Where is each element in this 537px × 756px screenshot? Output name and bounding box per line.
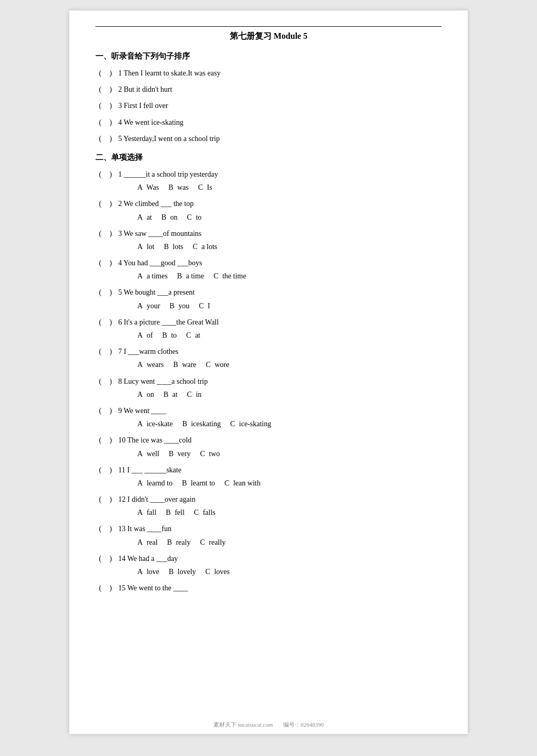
options-line: A love B lovely C loves <box>95 565 442 578</box>
option-value: lovely <box>176 565 196 578</box>
option: B learnt to <box>182 477 215 490</box>
option-letter: B <box>182 477 187 490</box>
section1-header: 一、听录音给下列句子排序 <box>95 51 442 61</box>
left-paren: ( <box>95 132 105 145</box>
option-letter: C <box>199 299 203 312</box>
options-line: A a times B a time C the time <box>95 269 442 283</box>
option-letter: A <box>137 329 143 342</box>
left-paren: ( <box>95 227 105 240</box>
option-value: ware <box>180 358 197 371</box>
right-paren: ) <box>106 83 115 96</box>
option: A wears <box>137 358 164 371</box>
question-text: 11 I ___ ______skate <box>116 463 442 477</box>
right-paren: ) <box>106 581 115 595</box>
section2-item: ( ) 1 ______it a school trip yesterday A… <box>95 168 442 194</box>
option: C lean with <box>224 477 261 490</box>
right-paren: ) <box>106 404 115 417</box>
option-value: ice-skate <box>145 417 173 430</box>
right-paren: ) <box>106 116 115 129</box>
option: C Is <box>198 181 212 194</box>
option-letter: C <box>206 565 210 578</box>
option: C loves <box>206 565 230 578</box>
question-text: 4 You had ___good ___boys <box>116 256 442 269</box>
right-paren: ) <box>106 99 115 112</box>
section2-item: ( ) 4 You had ___good ___boys A a times … <box>95 256 442 283</box>
right-paren: ) <box>106 197 115 210</box>
right-paren: ) <box>106 286 115 299</box>
option: B iceskating <box>182 417 221 430</box>
option-value: two <box>207 447 220 460</box>
left-paren: ( <box>95 345 105 358</box>
option-value: realy <box>174 536 190 549</box>
question-text: 3 First I fell over <box>116 99 442 112</box>
option-value: your <box>145 299 160 312</box>
option: B to <box>162 329 177 342</box>
option-letter: C <box>230 417 235 430</box>
options-line: A ice-skate B iceskating C ice-skating <box>95 417 442 430</box>
right-paren: ) <box>106 227 115 240</box>
option-letter: B <box>173 358 178 371</box>
section2-item: ( ) 3 We saw ____of mountains A lot B lo… <box>95 227 442 253</box>
option-value: well <box>145 447 159 460</box>
option-value: wore <box>213 358 230 371</box>
option: B fell <box>166 506 185 519</box>
option-value: to <box>169 329 177 342</box>
option-value: of <box>145 329 153 342</box>
option-letter: A <box>137 565 143 578</box>
section2-item: ( ) 8 Lucy went ____a school trip A on B… <box>95 375 442 401</box>
left-paren: ( <box>95 375 105 388</box>
option: A learnd to <box>137 477 173 490</box>
right-paren: ) <box>106 522 115 535</box>
option: A of <box>137 329 153 342</box>
options-line: A learnd to B learnt to C lean with <box>95 477 442 490</box>
option-letter: B <box>169 299 174 312</box>
section1-list: ( ) 1 Then I learnt to skate.It was easy… <box>95 67 442 145</box>
option: A lot <box>137 240 154 253</box>
option: C I <box>199 299 210 312</box>
option-value: Is <box>205 181 212 194</box>
left-paren: ( <box>95 434 105 447</box>
option-letter: C <box>206 358 210 371</box>
option: C wore <box>206 358 229 371</box>
option-value: on <box>145 388 154 401</box>
option-letter: A <box>137 447 143 460</box>
options-line: A wears B ware C wore <box>95 358 442 371</box>
right-paren: ) <box>106 493 115 506</box>
option-value: learnt to <box>189 477 215 490</box>
section2-item: ( ) 14 We had a ___day A love B lovely C… <box>95 552 442 578</box>
option-value: love <box>145 565 159 578</box>
question-text: 5 We bought ___a present <box>116 286 442 299</box>
option-letter: A <box>137 181 143 194</box>
left-paren: ( <box>95 493 105 506</box>
section2-item: ( ) 15 We went to the ____ <box>95 581 442 595</box>
option: A a times <box>137 269 168 283</box>
option-value: lot <box>145 240 154 253</box>
option: C really <box>200 536 225 549</box>
option-value: I <box>206 299 210 312</box>
option-value: at <box>193 329 200 342</box>
option-letter: C <box>192 240 197 253</box>
question-text: 3 We saw ____of mountains <box>116 227 442 240</box>
question-text: 13 It was ____fun <box>116 522 442 535</box>
right-paren: ) <box>106 463 115 477</box>
option-letter: B <box>164 240 168 253</box>
option-letter: C <box>200 536 205 549</box>
option: B lots <box>164 240 183 253</box>
option-value: Was <box>145 181 159 194</box>
options-line: A on B at C in <box>95 388 442 401</box>
option: A well <box>137 447 159 460</box>
option: C the time <box>213 269 246 283</box>
option-letter: A <box>137 417 143 430</box>
left-paren: ( <box>95 197 105 210</box>
section2-item: ( ) 6 It's a picture ____the Great Wall … <box>95 316 442 342</box>
option-value: falls <box>201 506 216 519</box>
left-paren: ( <box>95 286 105 299</box>
option-value: in <box>194 388 201 401</box>
question-text: 2 But it didn't hurt <box>116 83 442 96</box>
section2-item: ( ) 2 We climbed ___ the top A at B on C… <box>95 197 442 223</box>
option-value: at <box>145 211 152 224</box>
section2-item: ( ) 13 It was ____fun A real B realy C r… <box>95 522 442 548</box>
left-paren: ( <box>95 316 105 329</box>
option-value: lots <box>171 240 184 253</box>
options-line: A Was B was C Is <box>95 181 442 194</box>
